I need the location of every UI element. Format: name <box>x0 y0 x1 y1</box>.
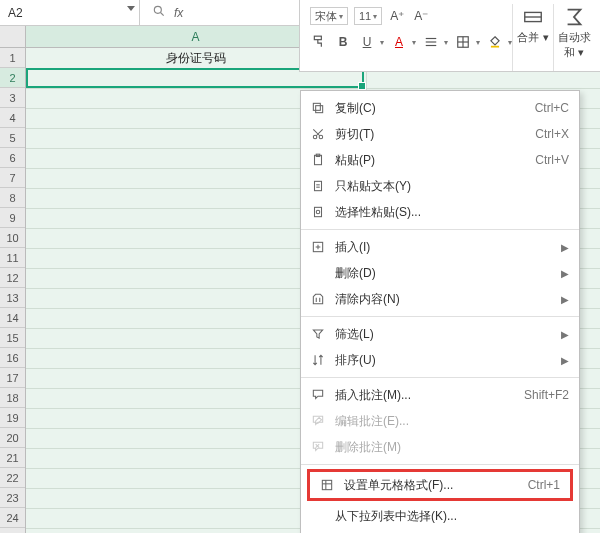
row-header[interactable]: 7 <box>0 168 25 188</box>
increase-font-icon[interactable]: A⁺ <box>388 7 406 25</box>
row-header[interactable]: 1 <box>0 48 25 68</box>
decrease-font-icon[interactable]: A⁻ <box>412 7 430 25</box>
ribbon-fragment: 宋体▾ 11▾ A⁺ A⁻ B U▾ A▾ ▾ ▾ ▾ <box>299 0 600 72</box>
menu-item[interactable]: 删除(D)▶ <box>301 260 579 286</box>
chevron-right-icon: ▶ <box>561 294 569 305</box>
font-name-dropdown[interactable]: 宋体▾ <box>310 7 348 25</box>
row-header[interactable]: 23 <box>0 488 25 508</box>
menu-separator <box>301 229 579 230</box>
font-size-dropdown[interactable]: 11▾ <box>354 7 382 25</box>
formula-area[interactable]: fx <box>140 4 183 21</box>
row-header[interactable]: 10 <box>0 228 25 248</box>
menu-separator <box>301 316 579 317</box>
menu-item-label: 删除(D) <box>335 265 553 282</box>
menu-item-shortcut: Shift+F2 <box>524 388 569 402</box>
menu-item[interactable]: 粘贴(P)Ctrl+V <box>301 147 579 173</box>
menu-item[interactable]: 从下拉列表中选择(K)... <box>301 503 579 529</box>
row-header[interactable]: 9 <box>0 208 25 228</box>
row-header[interactable]: 13 <box>0 288 25 308</box>
menu-item: 删除批注(M) <box>301 434 579 460</box>
chevron-right-icon: ▶ <box>561 268 569 279</box>
row-header[interactable]: 18 <box>0 388 25 408</box>
row-header[interactable]: 3 <box>0 88 25 108</box>
svg-point-0 <box>154 6 161 13</box>
row-header[interactable]: 5 <box>0 128 25 148</box>
font-name-value: 宋体 <box>315 9 337 24</box>
autosum-button[interactable]: 自动求和 ▾ <box>553 4 594 71</box>
row-header[interactable]: 20 <box>0 428 25 448</box>
row-header[interactable]: 25 <box>0 528 25 533</box>
font-size-value: 11 <box>359 10 371 22</box>
row-header[interactable]: 2 <box>0 68 25 88</box>
cell-A1-value: 身份证号码 <box>166 50 226 67</box>
align-icon[interactable] <box>422 33 440 51</box>
row-header[interactable]: 12 <box>0 268 25 288</box>
svg-rect-23 <box>315 207 322 216</box>
ptext-icon <box>309 179 327 193</box>
row-header[interactable]: 24 <box>0 508 25 528</box>
menu-item[interactable]: 超链接(H)...Ctrl+K <box>301 529 579 533</box>
menu-item-shortcut: Ctrl+V <box>535 153 569 167</box>
cut-icon <box>309 127 327 141</box>
svg-line-1 <box>161 13 164 16</box>
row-header[interactable]: 11 <box>0 248 25 268</box>
svg-rect-13 <box>313 103 320 110</box>
row-header[interactable]: 15 <box>0 328 25 348</box>
row-header[interactable]: 14 <box>0 308 25 328</box>
menu-item-label: 插入(I) <box>335 239 553 256</box>
menu-item[interactable]: 插入(I)▶ <box>301 234 579 260</box>
menu-item[interactable]: 设置单元格格式(F)...Ctrl+1 <box>310 472 570 498</box>
borders-icon[interactable] <box>454 33 472 51</box>
row-header[interactable]: 8 <box>0 188 25 208</box>
menu-item[interactable]: 筛选(L)▶ <box>301 321 579 347</box>
row-header[interactable]: 19 <box>0 408 25 428</box>
row-header[interactable]: 4 <box>0 108 25 128</box>
filter-icon <box>309 327 327 341</box>
svg-rect-20 <box>315 181 322 190</box>
menu-item: 编辑批注(E)... <box>301 408 579 434</box>
menu-item-label: 设置单元格格式(F)... <box>344 477 520 494</box>
pspec-icon <box>309 205 327 219</box>
menu-item-label: 插入批注(M)... <box>335 387 516 404</box>
underline-icon[interactable]: U <box>358 33 376 51</box>
menu-item-label: 删除批注(M) <box>335 439 569 456</box>
row-header[interactable]: 21 <box>0 448 25 468</box>
select-all-corner[interactable] <box>0 26 26 48</box>
menu-separator <box>301 464 579 465</box>
name-box[interactable]: A2 <box>0 0 140 25</box>
format-icon <box>318 478 336 492</box>
svg-rect-32 <box>322 480 331 489</box>
fx-label: fx <box>174 6 183 20</box>
menu-item-label: 粘贴(P) <box>335 152 527 169</box>
bold-icon[interactable]: B <box>334 33 352 51</box>
highlight-box: 设置单元格格式(F)...Ctrl+1 <box>307 469 573 501</box>
menu-item[interactable]: 复制(C)Ctrl+C <box>301 95 579 121</box>
svg-point-24 <box>316 210 320 214</box>
menu-item[interactable]: 清除内容(N)▶ <box>301 286 579 312</box>
menu-item[interactable]: 只粘贴文本(Y) <box>301 173 579 199</box>
merge-button[interactable]: 合并 ▾ <box>512 4 553 71</box>
chevron-down-icon[interactable] <box>127 6 135 11</box>
row-header[interactable]: 17 <box>0 368 25 388</box>
menu-item-label: 筛选(L) <box>335 326 553 343</box>
fill-color-icon[interactable] <box>486 33 504 51</box>
cell-reference: A2 <box>8 6 23 20</box>
row-header[interactable]: 22 <box>0 468 25 488</box>
menu-item[interactable]: 选择性粘贴(S)... <box>301 199 579 225</box>
menu-item[interactable]: 剪切(T)Ctrl+X <box>301 121 579 147</box>
row-header[interactable]: 16 <box>0 348 25 368</box>
menu-item[interactable]: 排序(U)▶ <box>301 347 579 373</box>
svg-rect-2 <box>314 36 321 40</box>
menu-item-label: 选择性粘贴(S)... <box>335 204 569 221</box>
menu-item-label: 只粘贴文本(Y) <box>335 178 569 195</box>
menu-item-label: 清除内容(N) <box>335 291 553 308</box>
format-painter-icon[interactable] <box>310 33 328 51</box>
clear-icon <box>309 292 327 306</box>
menu-item[interactable]: 插入批注(M)...Shift+F2 <box>301 382 579 408</box>
chevron-right-icon: ▶ <box>561 242 569 253</box>
search-icon <box>152 4 166 21</box>
font-color-icon[interactable]: A <box>390 33 408 51</box>
row-header[interactable]: 6 <box>0 148 25 168</box>
menu-item-shortcut: Ctrl+X <box>535 127 569 141</box>
menu-item-label: 从下拉列表中选择(K)... <box>335 508 569 525</box>
